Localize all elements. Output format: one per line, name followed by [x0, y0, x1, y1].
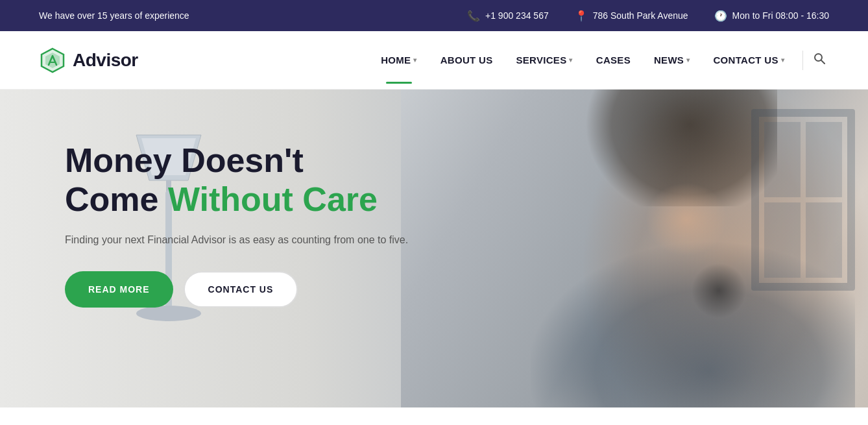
nav-item-news[interactable]: NEWS ▾	[642, 55, 702, 66]
nav-link-cases[interactable]: CASES	[596, 55, 631, 66]
hero-content: Money Doesn't Come Without Care Finding …	[65, 141, 408, 308]
address-item: 📍 786 South Park Avenue	[575, 10, 688, 22]
search-button[interactable]	[810, 49, 829, 71]
topbar-contacts: 📞 +1 900 234 567 📍 786 South Park Avenue…	[467, 10, 829, 22]
nav-item-cases[interactable]: CASES	[585, 55, 642, 66]
nav-link-news[interactable]: NEWS ▾	[654, 55, 690, 66]
hours-item: 🕐 Mon to Fri 08:00 - 16:30	[714, 10, 829, 22]
nav-item-contact[interactable]: CONTACT US ▾	[701, 55, 796, 66]
dropdown-arrow-contact: ▾	[781, 56, 784, 64]
hero-person-area	[401, 90, 868, 407]
nav-divider	[796, 51, 810, 70]
svg-point-8	[136, 306, 201, 321]
hero-section: Money Doesn't Come Without Care Finding …	[0, 90, 868, 407]
nav-link-services[interactable]: SERVICES ▾	[516, 55, 572, 66]
search-item[interactable]	[810, 49, 829, 71]
phone-object	[680, 252, 758, 330]
nav-item-home[interactable]: HOME ▾	[369, 55, 429, 66]
phone-icon: 📞	[467, 10, 480, 22]
window-frame	[751, 109, 855, 291]
navbar: Advisor HOME ▾ ABOUT US SERVICES ▾ CASES	[0, 31, 868, 90]
nav-item-about[interactable]: ABOUT US	[429, 55, 505, 66]
dropdown-arrow-services: ▾	[569, 56, 572, 64]
dropdown-arrow-home: ▾	[413, 56, 416, 64]
phone-item: 📞 +1 900 234 567	[467, 10, 549, 22]
nav-link-contact[interactable]: CONTACT US ▾	[713, 55, 784, 66]
hero-buttons: READ MORE CONTACT US	[65, 271, 408, 308]
nav-link-home[interactable]: HOME ▾	[381, 55, 417, 66]
dropdown-arrow-news: ▾	[686, 56, 690, 64]
contact-us-button[interactable]: CONTACT US	[184, 271, 298, 308]
nav-link-about[interactable]: ABOUT US	[440, 55, 493, 66]
nav-menu: HOME ▾ ABOUT US SERVICES ▾ CASES NEWS ▾	[369, 49, 829, 71]
logo-icon	[39, 47, 66, 74]
topbar: We have over 15 years of experience 📞 +1…	[0, 0, 868, 31]
nav-item-services[interactable]: SERVICES ▾	[504, 55, 584, 66]
search-icon	[813, 52, 826, 65]
logo-text: Advisor	[73, 50, 138, 71]
hero-subtext: Finding your next Financial Advisor is a…	[65, 232, 408, 248]
logo-link[interactable]: Advisor	[39, 47, 138, 74]
clock-icon: 🕐	[714, 10, 727, 22]
location-icon: 📍	[575, 10, 588, 22]
svg-line-4	[821, 60, 825, 64]
read-more-button[interactable]: READ MORE	[65, 271, 173, 308]
hero-headline: Money Doesn't Come Without Care	[65, 141, 408, 219]
topbar-tagline: We have over 15 years of experience	[39, 10, 467, 21]
